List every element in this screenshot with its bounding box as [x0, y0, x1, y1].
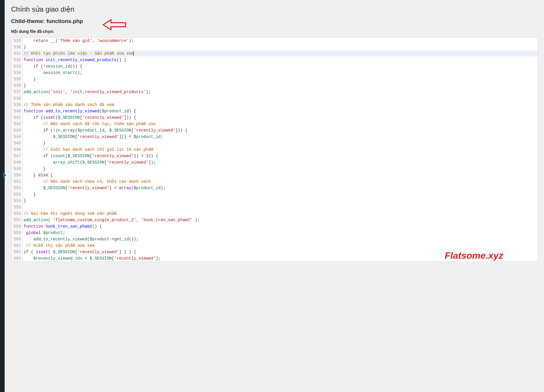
- line-number: 542: [11, 121, 23, 127]
- code-content[interactable]: // Giới hạn danh sách chỉ giữ lại 10 sản…: [23, 146, 153, 153]
- arrow-left-icon: [101, 17, 127, 33]
- code-content[interactable]: if ( isset( $_SESSION['recently_viewed']…: [23, 249, 136, 255]
- code-content[interactable]: // Gọi hàm khi người dùng xem sản phẩm: [23, 210, 116, 217]
- editor-wrap: Chỉnh sửa giao diện Child-theme: functio…: [5, 0, 544, 262]
- code-content[interactable]: array_shift($_SESSION['recently_viewed']…: [23, 159, 156, 166]
- selected-file-label: Nội dung file đã chọn:: [11, 26, 538, 37]
- code-line[interactable]: 530}: [11, 44, 538, 50]
- code-line[interactable]: 542 // Nếu danh sách đã tồn tại, thêm sả…: [11, 121, 538, 127]
- code-line[interactable]: 536}: [11, 82, 538, 89]
- code-line[interactable]: 549 }: [11, 166, 538, 172]
- code-line[interactable]: 557add_action( 'flatsome_custom_single_p…: [11, 217, 538, 223]
- code-line[interactable]: 553 }: [11, 191, 538, 198]
- code-content[interactable]: }: [23, 44, 26, 50]
- code-line[interactable]: 550 } else {: [11, 172, 538, 178]
- code-content[interactable]: if (!session_id()) {: [23, 63, 82, 70]
- line-number: 540: [11, 108, 23, 114]
- code-line[interactable]: 547 if (count($_SESSION['recently_viewed…: [11, 153, 538, 159]
- watermark-text: Flatsome.xyz: [445, 250, 503, 261]
- code-content[interactable]: function add_to_recently_viewed($product…: [23, 108, 136, 114]
- code-line[interactable]: 560 add_to_recently_viewed($product->get…: [11, 236, 538, 242]
- line-number: 534: [11, 70, 23, 76]
- code-content[interactable]: $recently_viewed_ids = $_SESSION['recent…: [23, 255, 161, 262]
- code-line[interactable]: 541 if (isset($_SESSION['recently_viewed…: [11, 114, 538, 121]
- line-number: 546: [11, 146, 23, 153]
- code-content[interactable]: }: [23, 76, 36, 82]
- code-content[interactable]: if (isset($_SESSION['recently_viewed']))…: [23, 114, 136, 121]
- line-number: 544: [11, 134, 23, 140]
- code-line[interactable]: 529 return __('Thêm vào giỏ', 'woocommer…: [11, 38, 538, 44]
- code-line[interactable]: 559 global $product;: [11, 230, 538, 236]
- code-line[interactable]: 538: [11, 95, 538, 102]
- line-number: 532: [11, 57, 23, 63]
- code-content[interactable]: if (count($_SESSION['recently_viewed']) …: [23, 153, 158, 159]
- code-content[interactable]: }: [23, 82, 26, 89]
- code-line[interactable]: 554}: [11, 198, 538, 204]
- line-number: 539: [11, 102, 23, 108]
- code-content[interactable]: if (!in_array($product_id, $_SESSION['re…: [23, 127, 188, 134]
- code-content[interactable]: }: [23, 166, 46, 172]
- code-content[interactable]: // Hiển thị sản phẩm vừa xem: [23, 242, 95, 249]
- code-content[interactable]: add_action( 'flatsome_custom_single_prod…: [23, 217, 200, 223]
- code-content[interactable]: // Thêm sản phẩm vào danh sách đã xem: [23, 102, 114, 108]
- line-number: 531: [11, 50, 23, 57]
- code-content[interactable]: global $product;: [23, 230, 65, 236]
- code-content[interactable]: [23, 95, 24, 102]
- code-line[interactable]: 548 array_shift($_SESSION['recently_view…: [11, 159, 538, 166]
- line-number: 562: [11, 249, 23, 255]
- code-content[interactable]: add_to_recently_viewed($product->get_id(…: [23, 236, 139, 242]
- code-line[interactable]: 545 }: [11, 140, 538, 146]
- line-number: 549: [11, 166, 23, 172]
- code-line[interactable]: 537add_action('init', 'init_recently_vie…: [11, 89, 538, 95]
- code-line[interactable]: 543 if (!in_array($product_id, $_SESSION…: [11, 127, 538, 134]
- line-number: 557: [11, 217, 23, 223]
- code-content[interactable]: $_SESSION['recently_viewed'] = array($pr…: [23, 185, 165, 191]
- line-number: 554: [11, 198, 23, 204]
- code-content[interactable]: }: [23, 198, 26, 204]
- line-number: 543: [11, 127, 23, 134]
- line-number: 550: [11, 172, 23, 178]
- line-number: 547: [11, 153, 23, 159]
- line-number: 552: [11, 185, 23, 191]
- code-content[interactable]: }: [23, 191, 36, 198]
- code-content[interactable]: $_SESSION['recently_viewed'][] = $produc…: [23, 134, 163, 140]
- code-content[interactable]: // Khởi tạo phiên làm việc - Sản phẩm vừ…: [23, 50, 134, 57]
- line-number: 537: [11, 89, 23, 95]
- code-line[interactable]: 555: [11, 204, 538, 210]
- line-number: 561: [11, 242, 23, 249]
- code-content[interactable]: }: [23, 140, 46, 146]
- code-line[interactable]: 534 session_start();: [11, 70, 538, 76]
- line-number: 536: [11, 82, 23, 89]
- code-content[interactable]: [23, 204, 24, 210]
- code-line[interactable]: 552 $_SESSION['recently_viewed'] = array…: [11, 185, 538, 191]
- code-line[interactable]: 532function init_recently_viewed_product…: [11, 57, 538, 63]
- code-editor[interactable]: 529 return __('Thêm vào giỏ', 'woocommer…: [11, 37, 538, 262]
- line-number: 560: [11, 236, 23, 242]
- page-title: Chỉnh sửa giao diện: [5, 0, 538, 16]
- line-number: 538: [11, 95, 23, 102]
- code-content[interactable]: add_action('init', 'init_recently_viewed…: [23, 89, 151, 95]
- code-content[interactable]: // Nếu danh sách chưa có, khởi tạo danh …: [23, 178, 151, 185]
- code-line[interactable]: 556// Gọi hàm khi người dùng xem sản phẩ…: [11, 210, 538, 217]
- file-title: Child-theme: functions.php: [11, 16, 538, 26]
- code-line[interactable]: 561 // Hiển thị sản phẩm vừa xem: [11, 242, 538, 249]
- code-content[interactable]: // Nếu danh sách đã tồn tại, thêm sản ph…: [23, 121, 156, 127]
- code-line[interactable]: 540function add_to_recently_viewed($prod…: [11, 108, 538, 114]
- code-line[interactable]: 533 if (!session_id()) {: [11, 63, 538, 70]
- code-content[interactable]: session_start();: [23, 70, 82, 76]
- code-content[interactable]: return __('Thêm vào giỏ', 'woocommerce')…: [23, 38, 134, 44]
- code-line[interactable]: 531// Khởi tạo phiên làm việc - Sản phẩm…: [11, 50, 538, 57]
- code-content[interactable]: function hook_tren_san_pham2() {: [23, 223, 102, 230]
- code-content[interactable]: } else {: [23, 172, 53, 178]
- line-number: 551: [11, 178, 23, 185]
- code-content[interactable]: function init_recently_viewed_products()…: [23, 57, 126, 63]
- code-line[interactable]: 558function hook_tren_san_pham2() {: [11, 223, 538, 230]
- line-number: 553: [11, 191, 23, 198]
- code-line[interactable]: 546 // Giới hạn danh sách chỉ giữ lại 10…: [11, 146, 538, 153]
- code-line[interactable]: 535 }: [11, 76, 538, 82]
- line-number: 529: [11, 38, 23, 44]
- code-line[interactable]: 539// Thêm sản phẩm vào danh sách đã xem: [11, 102, 538, 108]
- code-line[interactable]: 544 $_SESSION['recently_viewed'][] = $pr…: [11, 134, 538, 140]
- admin-sidebar-edge: [0, 0, 5, 262]
- code-line[interactable]: 551 // Nếu danh sách chưa có, khởi tạo d…: [11, 178, 538, 185]
